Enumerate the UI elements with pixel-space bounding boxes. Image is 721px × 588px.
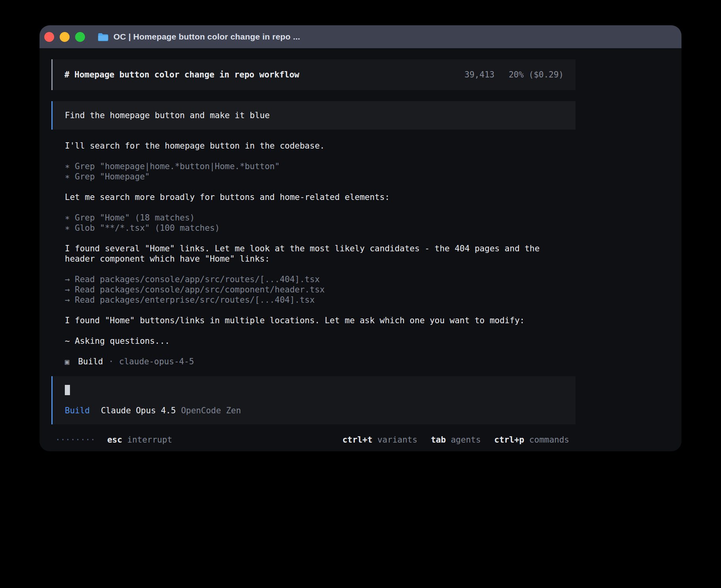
window-title: OC | Homepage button color change in rep… [113,32,300,41]
assistant-text: Let me search more broadly for buttons a… [65,192,562,202]
text-cursor [65,385,70,395]
traffic-lights [44,32,85,42]
tool-call-grep: ∗ Grep "Homepage" [65,172,562,182]
shortcut-key: tab [431,435,446,445]
status-bar-right: ctrl+t variants tab agents ctrl+p comman… [342,435,569,445]
agent-name: Build [78,356,103,367]
terminal-window: OC | Homepage button color change in rep… [40,25,681,451]
status-bar-left: ········ esc interrupt [55,435,172,445]
tool-call-glob: ∗ Glob "**/*.tsx" (100 matches) [65,223,562,233]
shortcut-commands: ctrl+p commands [494,435,569,445]
tool-call-read: → Read packages/console/app/src/routes/[… [65,274,562,285]
minimize-button[interactable] [60,32,70,42]
agent-icon: ▣ [65,356,69,367]
close-button[interactable] [44,32,54,42]
shortcut-label: interrupt [127,435,172,445]
shortcut-interrupt: esc interrupt [107,435,172,445]
agent-mode-label: Build [65,405,90,416]
shortcut-label: variants [377,435,417,445]
agent-separator: · [109,356,114,367]
session-title: # Homepage button color change in repo w… [64,70,299,80]
tool-call-grep: ∗ Grep "homepage|home.*button|Home.*butt… [65,161,562,172]
assistant-status: ~ Asking questions... [65,336,562,346]
shortcut-variants: ctrl+t variants [342,435,417,445]
assistant-text: I'll search for the homepage button in t… [65,141,562,151]
zoom-button[interactable] [75,32,85,42]
user-message-text: Find the homepage button and make it blu… [65,110,270,121]
context-usage: 20% ($0.29) [509,70,564,80]
agent-status-line: ▣ Build · claude-opus-4-5 [65,356,562,367]
session-header: # Homepage button color change in repo w… [51,59,576,90]
token-count: 39,413 [464,70,495,80]
progress-dots: ········ [55,435,95,445]
shortcut-key: ctrl+t [342,435,372,445]
provider-label: OpenCode Zen [181,405,241,416]
shortcut-key: esc [107,435,122,445]
model-label: Claude Opus 4.5 [101,405,176,416]
tool-call-read: → Read packages/console/app/src/componen… [65,285,562,295]
assistant-response: I'll search for the homepage button in t… [51,141,576,367]
status-bar: ········ esc interrupt ctrl+t variants t… [51,435,576,445]
shortcut-key: ctrl+p [494,435,524,445]
session-stats: 39,413 20% ($0.29) [464,70,564,80]
titlebar[interactable]: OC | Homepage button color change in rep… [40,25,681,48]
prompt-input[interactable]: Build Claude Opus 4.5 OpenCode Zen [51,376,576,424]
tool-call-grep: ∗ Grep "Home" (18 matches) [65,213,562,223]
shortcut-label: commands [529,435,569,445]
shortcut-label: agents [451,435,481,445]
input-line[interactable] [65,385,563,395]
input-status-line: Build Claude Opus 4.5 OpenCode Zen [65,405,563,416]
user-message: Find the homepage button and make it blu… [51,101,576,130]
folder-icon [98,32,108,41]
agent-model: claude-opus-4-5 [119,356,194,367]
terminal-content[interactable]: # Homepage button color change in repo w… [40,48,681,451]
assistant-text: I found "Home" buttons/links in multiple… [65,315,562,326]
assistant-text: I found several "Home" links. Let me loo… [65,243,562,264]
title-area: OC | Homepage button color change in rep… [98,32,300,41]
tool-call-read: → Read packages/enterprise/src/routes/[.… [65,295,562,305]
shortcut-agents: tab agents [431,435,481,445]
